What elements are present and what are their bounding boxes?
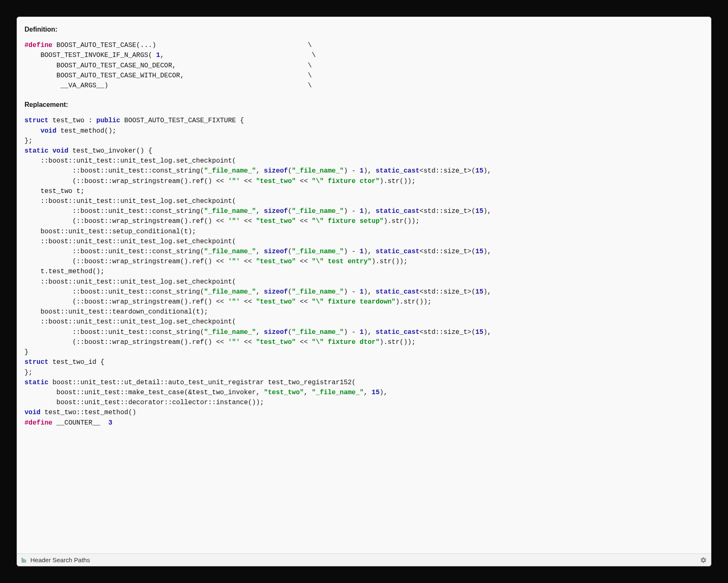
token: static_cast [376, 288, 420, 296]
token: << [296, 217, 312, 225]
token: '"' [228, 298, 240, 306]
token: #define [25, 42, 52, 49]
token: 15 [475, 329, 483, 336]
token: test_two t; [25, 188, 84, 195]
token: test_two_id { [49, 358, 104, 366]
token: test_two : [49, 117, 96, 124]
token: ).str()); [380, 178, 416, 185]
token: "test_two" [256, 258, 296, 265]
token: test_two::test_method() [40, 409, 136, 416]
token [25, 127, 40, 135]
header-paths-icon [21, 557, 28, 563]
token: 1 [360, 208, 364, 215]
token: sizeof [264, 329, 288, 336]
token: __COUNTER__ [52, 419, 108, 427]
token: "_file_name_" [204, 248, 256, 255]
token: BOOST_AUTO_TEST_CASE_FIXTURE { [120, 117, 244, 124]
token: ::boost::unit_test::const_string( [25, 167, 204, 175]
token: ) - [344, 208, 359, 215]
token: ( [288, 288, 292, 296]
token: 1 [360, 288, 364, 296]
token: "_file_name_" [204, 288, 256, 296]
token: (::boost::wrap_stringstream().ref() << [25, 217, 228, 225]
token: sizeof [264, 288, 288, 296]
token: static [25, 379, 49, 386]
token: "\" fixture teardown" [312, 298, 396, 306]
footer-label[interactable]: Header Search Paths [30, 556, 90, 563]
replacement-code[interactable]: struct test_two : public BOOST_AUTO_TEST… [25, 116, 703, 427]
token: "_file_name_" [312, 389, 364, 396]
token: ::boost::unit_test::const_string( [25, 329, 204, 336]
token: BOOST_AUTO_TEST_CASE_NO_DECOR, \ [25, 62, 312, 69]
token: ).str()); [384, 217, 419, 225]
token: ( [288, 167, 292, 175]
token: "_file_name_" [292, 167, 344, 175]
token: ), [483, 248, 491, 255]
token: << [240, 258, 256, 265]
token: "_file_name_" [292, 329, 344, 336]
token: sizeof [264, 167, 288, 175]
token: 1 [360, 248, 364, 255]
content-area[interactable]: Definition: #define BOOST_AUTO_TEST_CASE… [17, 17, 711, 553]
token: ::boost::unit_test::const_string( [25, 288, 204, 296]
token: "\" fixture ctor" [312, 178, 379, 185]
token: }; [25, 369, 32, 376]
token: "_file_name_" [292, 288, 344, 296]
token: boost::unit_test::teardown_conditional(t… [25, 308, 208, 316]
token: ::boost::unit_test::const_string( [25, 248, 204, 255]
token: "\" fixture setup" [312, 217, 384, 225]
token: << [240, 338, 256, 346]
definition-code[interactable]: #define BOOST_AUTO_TEST_CASE(...) \ BOOS… [25, 40, 703, 91]
token [49, 147, 53, 155]
svg-rect-1 [23, 559, 25, 563]
token: "_file_name_" [204, 208, 256, 215]
token: 15 [475, 248, 483, 255]
token: boost::unit_test::ut_detail::auto_test_u… [49, 379, 356, 386]
token: << [240, 298, 256, 306]
token: << [240, 217, 256, 225]
token: 15 [475, 208, 483, 215]
token: "test_two" [256, 178, 296, 185]
token: (::boost::wrap_stringstream().ref() << [25, 258, 228, 265]
token: '"' [228, 258, 240, 265]
token: << [296, 338, 312, 346]
definition-heading: Definition: [25, 25, 703, 35]
token: (::boost::wrap_stringstream().ref() << [25, 338, 228, 346]
token: 15 [475, 167, 483, 175]
token: ), [364, 167, 376, 175]
token: "\" fixture dtor" [312, 338, 379, 346]
token: sizeof [264, 208, 288, 215]
token: 15 [475, 288, 483, 296]
token: '"' [228, 178, 240, 185]
token: (::boost::wrap_stringstream().ref() << [25, 298, 228, 306]
token: 15 [371, 389, 379, 396]
token: <std::size_t>( [420, 329, 475, 336]
token: 1 [360, 167, 364, 175]
token: static_cast [376, 248, 420, 255]
token: ( [288, 329, 292, 336]
token: <std::size_t>( [420, 288, 475, 296]
token: ::boost::unit_test::unit_test_log.set_ch… [25, 238, 236, 245]
token: "_file_name_" [292, 248, 344, 255]
gear-icon[interactable] [700, 557, 707, 563]
token: "test_two" [264, 389, 304, 396]
token: test_two_invoker() { [69, 147, 152, 155]
footer-bar: Header Search Paths [17, 553, 711, 566]
token: static_cast [376, 329, 420, 336]
token: , [304, 389, 312, 396]
token: << [240, 178, 256, 185]
token: , [256, 288, 264, 296]
token: "\" test entry" [312, 258, 371, 265]
token: "_file_name_" [204, 167, 256, 175]
token: ::boost::unit_test::unit_test_log.set_ch… [25, 157, 236, 165]
token: << [296, 178, 312, 185]
token: ), [364, 288, 376, 296]
token: "test_two" [256, 338, 296, 346]
token: static [25, 147, 49, 155]
token: "test_two" [256, 217, 296, 225]
token: ), [483, 329, 491, 336]
token: test_method(); [57, 127, 116, 135]
token: BOOST_TEST_INVOKE_IF_N_ARGS( [25, 52, 156, 59]
token: ), [483, 167, 491, 175]
token: public [96, 117, 121, 124]
